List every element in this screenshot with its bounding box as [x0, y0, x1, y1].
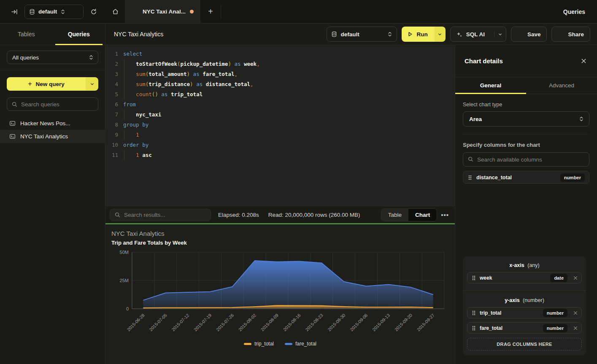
columns-search-input[interactable]	[463, 156, 589, 163]
new-query-button[interactable]: + New query	[7, 77, 86, 91]
x-axis-hint: (any)	[527, 262, 539, 268]
results-search-input[interactable]	[110, 212, 211, 218]
legend-item-trip_total[interactable]: trip_total	[244, 341, 274, 347]
x-axis-tick: 2015-07-26	[215, 313, 235, 332]
chart-legend: trip_totalfare_total	[105, 341, 455, 347]
tab-advanced[interactable]: Advanced	[526, 77, 597, 94]
query-title: NYC Taxi Analytics	[114, 31, 163, 38]
sidebar-tab-tables[interactable]: Tables	[0, 24, 53, 45]
line-number: 9	[105, 130, 118, 140]
code-text: 1 asc	[118, 150, 152, 160]
sidebar-tab-queries[interactable]: Queries	[53, 24, 105, 45]
updown-chevron-icon	[579, 116, 584, 122]
line-number: 8	[105, 120, 118, 130]
remove-column-icon[interactable]	[571, 275, 578, 280]
tab-general[interactable]: General	[455, 77, 526, 94]
query-item-nyc-taxi[interactable]: NYC Taxi Analytics	[0, 130, 105, 143]
drag-handle-icon[interactable]	[472, 275, 476, 281]
sql-ai-button[interactable]: SQL AI	[451, 31, 490, 38]
line-number: 3	[105, 69, 118, 79]
database-icon	[331, 31, 337, 37]
axis-pill-fare-total[interactable]: fare_total number	[467, 322, 582, 334]
sql-editor[interactable]: 1select2 toStartOfWeek(pickup_datetime) …	[105, 45, 455, 206]
view-toggle-table[interactable]: Table	[381, 209, 408, 221]
columns-search	[463, 152, 589, 167]
code-text: from	[118, 100, 136, 110]
axis-pill-week[interactable]: week date	[467, 272, 582, 283]
column-type-tag: number	[543, 324, 567, 332]
new-query-button-group: + New query	[7, 77, 98, 91]
new-query-chevron[interactable]	[86, 77, 98, 91]
code-text: 1	[118, 130, 139, 140]
code-line: 4 sum(trip_distance) as distance_total,	[105, 79, 455, 89]
run-database-select[interactable]: default	[327, 27, 397, 42]
run-database-value: default	[340, 31, 384, 38]
save-button[interactable]: Save	[511, 27, 547, 42]
console-icon	[553, 8, 559, 15]
line-number: 11	[105, 150, 118, 160]
toolbar-controls: default Run	[327, 27, 590, 42]
refresh-icon[interactable]	[88, 6, 100, 18]
drag-columns-drop-zone[interactable]: DRAG COLUMNS HERE	[467, 338, 582, 351]
tab-nyc-taxi-analytics[interactable]: NYC Taxi Anal...	[125, 0, 200, 23]
home-icon[interactable]	[105, 0, 125, 23]
query-list: Hacker News Pos... NYC Taxi Analytics	[0, 117, 105, 143]
remove-column-icon[interactable]	[571, 326, 578, 331]
line-number: 1	[105, 49, 118, 59]
x-axis-tick: 2015-08-23	[304, 313, 324, 332]
chart-subtitle: Trip and Fare Totals by Week	[111, 240, 187, 246]
code-line: 11 1 asc	[105, 150, 455, 160]
share-icon	[558, 31, 564, 38]
x-axis-tick: 2015-08-02	[238, 313, 257, 332]
tab-strip-separator	[221, 4, 221, 19]
chart-type-select[interactable]: Area	[463, 111, 589, 127]
code-text: group by	[118, 120, 149, 130]
y-axis-hint: (number)	[523, 297, 544, 303]
close-icon[interactable]	[581, 58, 587, 64]
tab-strip: NYC Taxi Anal... +	[105, 0, 553, 23]
sql-ai-button-group: SQL AI	[450, 27, 506, 42]
drag-handle-icon[interactable]	[472, 310, 476, 316]
view-toggle-chart[interactable]: Chart	[408, 209, 437, 221]
code-line: 5 count() as trip_total	[105, 89, 455, 100]
line-number: 4	[105, 79, 118, 89]
collapse-sidebar-icon[interactable]	[8, 6, 20, 18]
query-filter-select[interactable]: All queries	[7, 51, 98, 64]
database-select[interactable]: default	[24, 5, 84, 19]
run-options-chevron[interactable]	[435, 27, 446, 42]
axis-card-divider	[463, 290, 586, 291]
run-button[interactable]: Run	[402, 27, 434, 42]
chart-details-body: Select chart type Area Specify columns f…	[455, 94, 597, 184]
unsaved-changes-dot	[190, 10, 194, 13]
query-item-label: Hacker News Pos...	[20, 120, 70, 127]
new-tab-icon[interactable]: +	[200, 0, 221, 23]
x-axis-tick: 2015-06-28	[126, 313, 146, 332]
drag-handle-icon[interactable]	[472, 325, 476, 331]
legend-item-fare_total[interactable]: fare_total	[285, 341, 316, 347]
code-line: 6from	[105, 100, 455, 110]
more-options-icon[interactable]: •••	[441, 211, 449, 218]
share-button[interactable]: Share	[551, 27, 590, 42]
line-number: 5	[105, 89, 118, 100]
results-search	[110, 209, 211, 221]
x-axis-tick: 2015-07-05	[148, 313, 168, 332]
query-search-input[interactable]	[7, 101, 98, 108]
tab-label: NYC Taxi Anal...	[143, 8, 186, 15]
axis-pill-trip-total[interactable]: trip_total number	[467, 307, 582, 318]
line-number: 10	[105, 140, 118, 150]
query-item-hacker-news[interactable]: Hacker News Pos...	[0, 117, 105, 130]
queries-shortcut[interactable]: Queries	[553, 0, 597, 23]
y-axis-header: y-axis (number)	[467, 297, 582, 303]
column-name: fare_total	[480, 325, 539, 331]
code-line: 3 sum(total_amount) as fare_total,	[105, 69, 455, 79]
column-pill-distance-total[interactable]: distance_total number	[463, 171, 589, 184]
drag-handle-icon[interactable]	[468, 175, 472, 181]
area-chart[interactable]: 025M50M2015-06-282015-07-052015-07-12201…	[105, 246, 455, 341]
y-axis-label: y-axis	[505, 297, 519, 303]
remove-column-icon[interactable]	[571, 310, 578, 315]
chart-type-label: Select chart type	[463, 102, 589, 108]
code-line: 7 nyc_taxi	[105, 110, 455, 120]
sql-ai-chevron[interactable]	[494, 32, 506, 37]
search-icon	[114, 212, 121, 218]
x-axis-header: x-axis (any)	[467, 262, 582, 268]
